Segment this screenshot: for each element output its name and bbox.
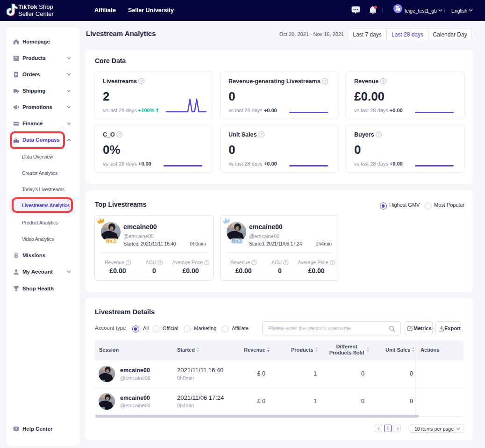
svg-text:?: ? [15,426,17,431]
